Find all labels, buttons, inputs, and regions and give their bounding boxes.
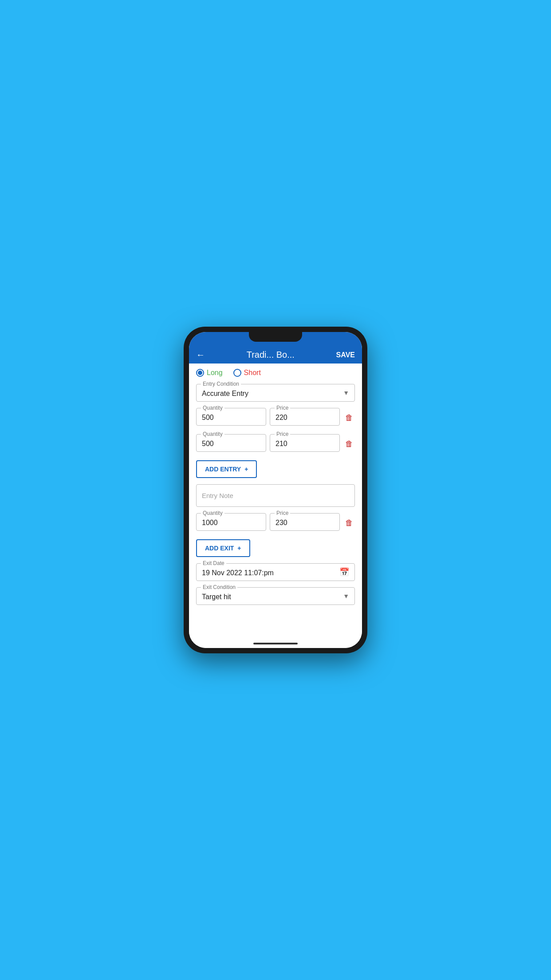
back-button[interactable]: ← (196, 350, 205, 360)
entry-row-1: Quantity 500 Price 220 🗑 (196, 408, 355, 428)
exit-condition-value: Target hit (202, 593, 231, 601)
entry-condition-label: Entry Condition (201, 381, 241, 387)
add-entry-button[interactable]: ADD ENTRY + (196, 460, 257, 478)
calendar-icon[interactable]: 📅 (339, 567, 349, 577)
home-indicator (253, 643, 298, 644)
save-button[interactable]: SAVE (336, 351, 355, 359)
entry-condition-value: Accurate Entry (202, 390, 248, 397)
short-radio[interactable]: Short (233, 369, 261, 377)
entry-1-price-label: Price (275, 405, 290, 411)
exit-1-price-label: Price (275, 510, 290, 516)
entry-note-placeholder: Entry Note (202, 492, 233, 499)
exit-condition-dropdown-icon: ▼ (343, 593, 349, 600)
content-area: Long Short Entry Condition Accurate Entr… (189, 364, 362, 639)
entry-2-price-field[interactable]: Price 210 (270, 434, 340, 452)
entry-1-price-value: 220 (276, 414, 287, 421)
entry-row-2: Quantity 500 Price 210 🗑 (196, 434, 355, 454)
entry-note-field[interactable]: Entry Note (196, 484, 355, 507)
exit-date-value: 19 Nov 2022 11:07:pm (202, 569, 274, 577)
long-radio-label: Long (207, 369, 223, 377)
exit-condition-field[interactable]: Exit Condition Target hit ▼ (196, 587, 355, 605)
short-radio-circle (233, 369, 241, 377)
app-header: ← Tradi... Bo... SAVE (189, 346, 362, 364)
entry-1-delete-button[interactable]: 🗑 (343, 408, 355, 428)
exit-row-1: Quantity 1000 Price 230 🗑 (196, 513, 355, 533)
exit-1-price-field[interactable]: Price 230 (270, 513, 340, 531)
page-title: Tradi... Bo... (205, 350, 336, 360)
add-exit-icon: + (237, 545, 241, 552)
entry-2-quantity-field[interactable]: Quantity 500 (196, 434, 266, 452)
entry-1-quantity-field[interactable]: Quantity 500 (196, 408, 266, 426)
entry-2-price-value: 210 (276, 440, 287, 447)
entry-2-quantity-label: Quantity (201, 431, 224, 437)
exit-date-label: Exit Date (201, 560, 226, 566)
exit-1-quantity-field[interactable]: Quantity 1000 (196, 513, 266, 531)
notch (249, 332, 302, 342)
exit-1-delete-button[interactable]: 🗑 (343, 513, 355, 533)
phone-shell: ← Tradi... Bo... SAVE Long Short Entry C… (184, 327, 367, 653)
add-exit-label: ADD EXIT (205, 545, 234, 552)
entry-condition-field[interactable]: Entry Condition Accurate Entry ▼ (196, 384, 355, 402)
phone-screen: ← Tradi... Bo... SAVE Long Short Entry C… (189, 332, 362, 648)
exit-date-field[interactable]: Exit Date 19 Nov 2022 11:07:pm 📅 (196, 563, 355, 581)
entry-2-quantity-value: 500 (202, 440, 214, 447)
short-radio-label: Short (244, 369, 261, 377)
entry-2-price-label: Price (275, 431, 290, 437)
notch-area (189, 332, 362, 346)
exit-1-quantity-label: Quantity (201, 510, 224, 516)
entry-1-quantity-label: Quantity (201, 405, 224, 411)
trade-type-group: Long Short (196, 369, 355, 377)
long-radio[interactable]: Long (196, 369, 223, 377)
entry-condition-dropdown-icon: ▼ (343, 389, 349, 396)
add-entry-label: ADD ENTRY (205, 466, 241, 473)
long-radio-circle (196, 369, 204, 377)
entry-1-price-field[interactable]: Price 220 (270, 408, 340, 426)
exit-1-price-value: 230 (276, 519, 287, 526)
exit-1-quantity-value: 1000 (202, 519, 218, 526)
add-entry-icon: + (244, 466, 248, 473)
bottom-bar (189, 639, 362, 648)
entry-2-delete-button[interactable]: 🗑 (343, 434, 355, 454)
entry-1-quantity-value: 500 (202, 414, 214, 421)
exit-condition-label: Exit Condition (201, 584, 237, 590)
add-exit-button[interactable]: ADD EXIT + (196, 539, 250, 557)
